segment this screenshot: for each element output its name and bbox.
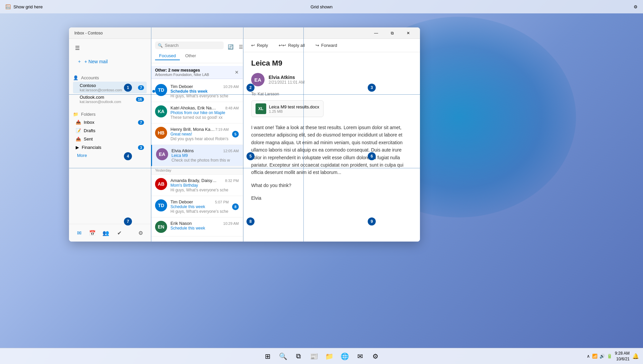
drafts-label: Drafts: [84, 128, 95, 133]
financials-label: Financials: [82, 145, 101, 150]
subject-elvia: Leica M9: [171, 153, 239, 158]
new-mail-button[interactable]: ＋ + New mail: [73, 56, 147, 67]
nav-people[interactable]: 👥: [100, 227, 112, 239]
email-item-elvia[interactable]: EA Elvia Atkins 12:05 AM Leica M9 Check …: [151, 145, 243, 166]
email-tabs: Focused Other: [155, 52, 239, 60]
more-link[interactable]: More: [73, 152, 147, 159]
forward-label: Forward: [321, 43, 337, 48]
email-title: Leica M9: [251, 59, 412, 68]
folder-sent[interactable]: 📤 Sent: [73, 135, 147, 143]
forward-icon: ↪: [315, 43, 319, 48]
nav-settings[interactable]: ⚙: [135, 227, 147, 239]
accounts-label: Accounts: [81, 75, 99, 80]
top-bar-settings[interactable]: ⚙: [634, 4, 638, 9]
email-content-erik: Erik Nason 10:29 AM Schedule this week: [170, 221, 239, 233]
email-item-katri[interactable]: KA Katri Ahokas, Erik Nason 8:48 AM Phot…: [151, 102, 243, 123]
sender-henry: Henry Brill, Mona Kane, Cecil Fo: [170, 127, 215, 132]
volume-icon[interactable]: 🔊: [599, 354, 605, 359]
nav-icons: ✉ 📅 👥 ✔: [73, 227, 125, 239]
account-outlook[interactable]: Outlook.com kat.larsson@outlook.com 16: [73, 93, 147, 105]
notification-center-icon[interactable]: 🔔: [632, 353, 639, 359]
app-content: ☰ ＋ + New mail 👤 Accounts Contoso kat.la…: [69, 39, 420, 242]
preview-amanda: Hi guys, What's everyone's sche: [170, 188, 239, 192]
email-item-henry[interactable]: HB Henry Brill, Mona Kane, Cecil Fo 7:19…: [151, 123, 243, 145]
tab-other[interactable]: Other: [181, 52, 200, 60]
sent-label: Sent: [84, 136, 93, 142]
attachment-card[interactable]: XL Leica M9 test results.docx 1.25 MB: [251, 100, 324, 117]
sys-tray: ∧ 📶 🔊 🔋: [587, 354, 612, 359]
email-item-tim-deboer[interactable]: TD Tim Deboer 10:29 AM Schedule this wee…: [151, 81, 243, 102]
mail-button[interactable]: ✉: [353, 350, 367, 363]
search-button[interactable]: 🔍: [276, 350, 290, 363]
start-button[interactable]: ⊞: [261, 350, 274, 363]
grid-badge-4: 4: [124, 152, 132, 160]
email-date: 2/21/2021 11:01 AM: [269, 80, 304, 85]
email-header-tim2: Tim Deboer 5:07 PM: [170, 199, 229, 204]
notif-close-button[interactable]: ✕: [235, 70, 239, 75]
chevron-up-icon[interactable]: ∧: [587, 354, 590, 359]
preview-henry: Did you guys hear about Robin's: [170, 136, 229, 141]
minimize-button[interactable]: —: [368, 28, 384, 38]
sync-icon[interactable]: 🔄: [226, 43, 235, 50]
battery-icon[interactable]: 🔋: [607, 354, 612, 359]
reply-icon: ↩: [251, 43, 255, 48]
financials-left: ▶ Financials: [76, 145, 101, 150]
wifi-icon[interactable]: 📶: [592, 354, 597, 359]
email-content-katri: Katri Ahokas, Erik Nason 8:48 AM Photos …: [170, 105, 239, 120]
accounts-header[interactable]: 👤 Accounts: [73, 74, 147, 82]
accounts-section: 👤 Accounts Contoso kat.larsson@contoso.c…: [69, 71, 151, 108]
folders-header[interactable]: 📁 Folders: [73, 110, 147, 118]
notif-main: Other: 2 new messages: [155, 68, 209, 73]
sender-elvia: Elvia Atkins: [171, 148, 194, 153]
reply-button[interactable]: ↩ Reply: [248, 41, 271, 49]
taskbar-right: ∧ 📶 🔊 🔋 9:28 AM 10/6/21 🔔: [587, 351, 639, 362]
email-item-tim2[interactable]: TD Tim Deboer 5:07 PM Schedule this week…: [151, 196, 243, 217]
email-reading-panel: ↩ Reply ↩↩ Reply all ↪ Forward Leica M9 …: [243, 39, 420, 242]
sent-icon: 📤: [76, 136, 81, 142]
time-amanda: 8:32 PM: [225, 179, 239, 183]
folder-financials[interactable]: ▶ Financials 3: [73, 143, 147, 152]
account-contoso[interactable]: Contoso kat.larsson@contoso.com 7: [73, 82, 147, 93]
folder-inbox[interactable]: 📥 Inbox 7: [73, 118, 147, 126]
email-item-amanda[interactable]: AB Amanda Brady, Daisy Phillips 8:32 PM …: [151, 175, 243, 196]
edge-button[interactable]: 🌐: [338, 350, 351, 363]
hamburger-button[interactable]: ☰: [73, 43, 147, 53]
sent-left: 📤 Sent: [76, 136, 93, 142]
time-katri: 8:48 AM: [225, 106, 239, 110]
date-divider-yesterday: Yesterday: [151, 166, 243, 175]
tab-focused[interactable]: Focused: [155, 52, 180, 60]
restore-button[interactable]: ⧉: [384, 28, 400, 38]
task-view-button[interactable]: ⧉: [292, 350, 305, 363]
email-list: Other: 2 new messages Arboretum Foundati…: [151, 63, 243, 242]
notification-popup: Other: 2 new messages Arboretum Foundati…: [151, 66, 243, 79]
window-title: Inbox - Contoso: [74, 31, 103, 35]
email-toolbar: ↩ Reply ↩↩ Reply all ↪ Forward: [243, 39, 420, 52]
unread-indicator: [152, 90, 155, 93]
sender-tim2: Tim Deboer: [170, 199, 193, 204]
close-button[interactable]: ✕: [401, 28, 416, 38]
nav-mail[interactable]: ✉: [73, 227, 85, 239]
top-bar-title: Grid shown: [310, 4, 333, 9]
nav-tasks[interactable]: ✔: [113, 227, 125, 239]
search-input[interactable]: [165, 43, 221, 48]
reply-all-button[interactable]: ↩↩ Reply all: [276, 41, 307, 49]
email-item-erik[interactable]: EN Erik Nason 10:29 AM Schedule this wee…: [151, 217, 243, 237]
widgets-button[interactable]: 📰: [307, 350, 320, 363]
settings-button[interactable]: ⚙: [369, 350, 382, 363]
email-header-tim: Tim Deboer 10:29 AM: [170, 84, 239, 89]
nav-calendar[interactable]: 📅: [86, 227, 98, 239]
inbox-icon: 📥: [76, 120, 81, 125]
taskbar-clock[interactable]: 9:28 AM 10/6/21: [615, 351, 630, 362]
email-content-elvia: Elvia Atkins 12:05 AM Leica M9 Check out…: [171, 148, 239, 163]
forward-button[interactable]: ↪ Forward: [313, 41, 340, 49]
email-question: What do you think?: [251, 182, 412, 189]
notif-sub: Arboretum Foundation, Nike LAB: [155, 73, 209, 77]
folder-drafts[interactable]: 📝 Drafts: [73, 126, 147, 135]
sidebar: ☰ ＋ + New mail 👤 Accounts Contoso kat.la…: [69, 39, 151, 242]
app-window: Inbox - Contoso — ⧉ ✕ ☰ ＋ + New mail 👤 A…: [69, 27, 420, 242]
folder-icon: 📁: [73, 112, 78, 117]
explorer-button[interactable]: 📁: [323, 350, 336, 363]
avatar-erik: EN: [155, 221, 167, 233]
sender-katri: Katri Ahokas, Erik Nason: [170, 105, 217, 110]
account-contoso-info: Contoso kat.larsson@contoso.com: [80, 83, 122, 92]
